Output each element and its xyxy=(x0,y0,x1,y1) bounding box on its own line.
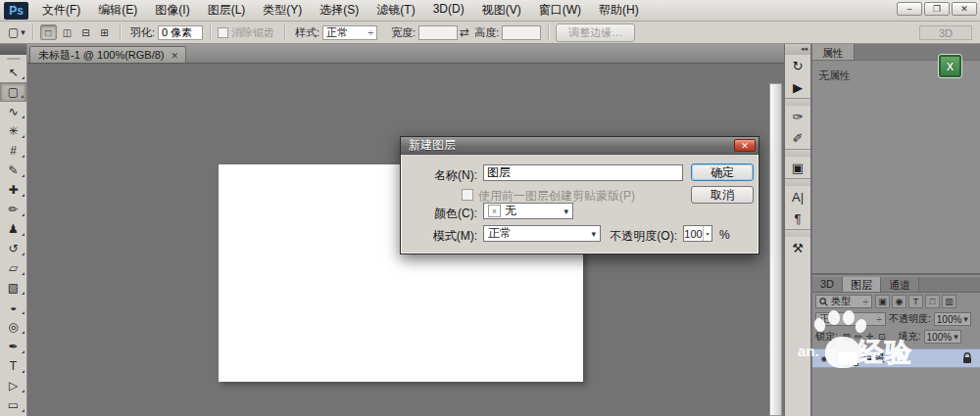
filter-type-layers-icon[interactable]: T xyxy=(908,295,923,308)
brush-presets-panel-icon[interactable]: ✐ xyxy=(785,127,810,149)
character-panel-icon[interactable]: A| xyxy=(785,186,810,208)
feather-input[interactable] xyxy=(158,25,203,40)
lock-transparent-icon[interactable]: ▨ xyxy=(841,331,853,343)
subtract-selection-button[interactable]: ⊟ xyxy=(77,24,94,40)
layer-thumbnail[interactable] xyxy=(837,350,858,366)
style-select[interactable]: 正常 ÷ xyxy=(322,25,377,40)
clone-stamp-tool[interactable]: ♟ xyxy=(0,219,26,239)
menu-item[interactable]: 3D(D) xyxy=(424,0,473,22)
tool-icon: ♟ xyxy=(8,222,19,236)
eyedropper-tool[interactable]: ✎ xyxy=(0,161,26,180)
fill-value-box[interactable]: 100% ▾ xyxy=(924,330,961,344)
eraser-tool[interactable]: ▱ xyxy=(0,258,26,278)
clone-source-panel-icon[interactable]: ▣ xyxy=(785,157,810,178)
gradient-tool[interactable]: ▧ xyxy=(0,278,26,298)
menu-item[interactable]: 帮助(H) xyxy=(590,0,648,22)
ok-button[interactable]: 确定 xyxy=(691,163,754,181)
excel-shortcut-icon[interactable]: X xyxy=(939,55,961,77)
menu-item[interactable]: 窗口(W) xyxy=(530,0,590,22)
document-tab[interactable]: 未标题-1 @ 100%(RGB/8) ✕ xyxy=(29,46,186,63)
antialias-checkbox[interactable] xyxy=(218,27,228,38)
tool-icon: ▷ xyxy=(9,379,18,393)
actions-panel-icon[interactable]: ▶ xyxy=(785,76,810,98)
visibility-eye-icon[interactable]: ◉ xyxy=(817,351,832,365)
minimize-button[interactable]: – xyxy=(897,2,922,16)
tools-panel-header[interactable] xyxy=(0,44,26,55)
menu-item[interactable]: 视图(V) xyxy=(473,0,530,22)
filter-shape-layers-icon[interactable]: □ xyxy=(925,295,940,308)
tools-panel-grip[interactable] xyxy=(0,55,26,63)
height-label: 高度: xyxy=(474,25,499,40)
quick-selection-tool[interactable]: ✳ xyxy=(0,121,26,141)
pen-tool[interactable]: ✒ xyxy=(0,337,26,356)
clip-mask-checkbox[interactable] xyxy=(462,189,473,201)
close-button[interactable]: ✕ xyxy=(952,2,977,16)
collapse-dock-icon[interactable]: ◂◂ xyxy=(785,44,810,55)
tab-close-icon[interactable]: ✕ xyxy=(172,51,179,61)
menu-item[interactable]: 图层(L) xyxy=(199,0,255,22)
cancel-button[interactable]: 取消 xyxy=(691,186,754,204)
height-input[interactable] xyxy=(502,25,541,40)
panel-icon: ▶ xyxy=(793,80,803,95)
filter-smart-objects-icon[interactable]: ▥ xyxy=(942,295,956,308)
move-tool[interactable]: ↖ xyxy=(0,63,26,82)
rectangular-marquee-tool[interactable]: ▢ xyxy=(0,82,26,102)
history-panel-icon[interactable]: ↻ xyxy=(785,55,810,76)
menu-item[interactable]: 文件(F) xyxy=(33,0,89,22)
menu-item[interactable]: 选择(S) xyxy=(311,0,368,22)
opacity-value-box[interactable]: 100% ▾ xyxy=(934,312,971,326)
tab-3d[interactable]: 3D xyxy=(812,277,843,292)
window-controls: –❐✕ xyxy=(897,2,977,16)
separator xyxy=(284,24,285,40)
tab-layers[interactable]: 图层 xyxy=(843,277,881,292)
dodge-tool[interactable]: ◎ xyxy=(0,317,26,337)
intersect-selection-button[interactable]: ⊞ xyxy=(96,24,113,40)
type-tool[interactable]: T xyxy=(0,356,26,376)
dock-separator[interactable] xyxy=(785,178,810,186)
tab-channels[interactable]: 通道 xyxy=(881,277,919,292)
dock-separator[interactable] xyxy=(785,229,810,237)
lock-position-icon[interactable]: ✛ xyxy=(864,331,876,343)
menu-item[interactable]: 图像(I) xyxy=(146,0,198,22)
color-select[interactable]: × 无 ▾ xyxy=(483,203,573,219)
lasso-tool[interactable]: ∿ xyxy=(0,102,26,121)
new-selection-button[interactable]: □ xyxy=(40,24,57,40)
menu-item[interactable]: 编辑(E) xyxy=(89,0,146,22)
layer-name-input[interactable] xyxy=(483,164,683,181)
workspace-switcher[interactable]: 3D xyxy=(919,25,972,40)
add-selection-button[interactable]: ◫ xyxy=(59,24,75,40)
dock-separator[interactable] xyxy=(785,149,810,157)
brush-tool[interactable]: ✏ xyxy=(0,200,26,219)
path-selection-tool[interactable]: ▷ xyxy=(0,376,26,395)
crossed-tools-icon[interactable]: ⚒ xyxy=(785,237,810,258)
crop-tool[interactable]: # xyxy=(0,141,26,161)
mode-select[interactable]: 正常 ▾ xyxy=(483,225,601,242)
lock-all-icon[interactable]: ⊡ xyxy=(876,331,888,343)
rectangle-tool[interactable]: ▭ xyxy=(0,395,26,415)
chevron-down-icon: ▾ xyxy=(954,332,958,342)
dialog-close-button[interactable]: ✕ xyxy=(734,139,756,152)
blend-mode-select[interactable]: 正常 ÷ xyxy=(815,312,886,326)
filter-type-select[interactable]: 类型 ÷ xyxy=(815,295,872,308)
dock-separator[interactable] xyxy=(785,98,810,106)
vertical-scrollbar[interactable] xyxy=(769,83,782,416)
restore-button[interactable]: ❐ xyxy=(924,2,950,16)
current-tool-icon[interactable]: ▢ ▾ xyxy=(8,25,25,39)
menu-item[interactable]: 类型(Y) xyxy=(254,0,311,22)
filter-adjustment-layers-icon[interactable]: ◉ xyxy=(892,295,906,308)
menu-item[interactable]: 滤镜(T) xyxy=(368,0,423,22)
swap-dimensions-icon[interactable]: ⇄ xyxy=(460,25,469,39)
blur-tool[interactable]: ◒ xyxy=(0,298,26,317)
refine-edge-button[interactable]: 调整边缘… xyxy=(556,23,635,42)
tab-properties[interactable]: 属性 xyxy=(812,44,855,60)
dialog-titlebar[interactable]: 新建图层 ✕ xyxy=(401,137,759,155)
brush-panel-icon[interactable]: ✑ xyxy=(785,106,810,127)
opacity-input[interactable]: 100 ▾ xyxy=(683,225,712,242)
width-input[interactable] xyxy=(418,25,458,40)
healing-brush-tool[interactable]: ✚ xyxy=(0,180,26,200)
layer-row-background[interactable]: ◉ 背景 xyxy=(812,348,980,368)
history-brush-tool[interactable]: ↺ xyxy=(0,239,26,258)
filter-pixel-layers-icon[interactable]: ▣ xyxy=(875,295,890,308)
paragraph-panel-icon[interactable]: ¶ xyxy=(785,208,810,229)
lock-pixels-icon[interactable]: ✏ xyxy=(853,331,864,343)
